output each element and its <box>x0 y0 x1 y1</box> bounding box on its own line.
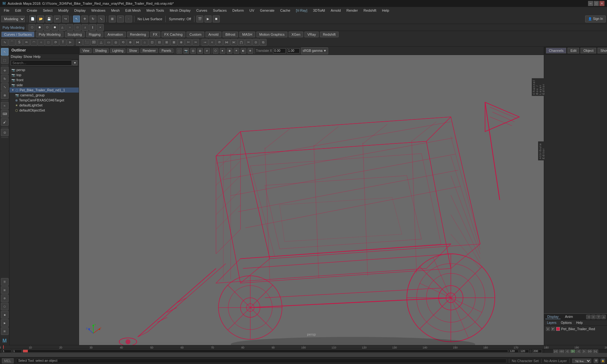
tab-anim[interactable]: Anim <box>563 314 575 319</box>
fps-select[interactable]: 24 fps <box>572 359 591 363</box>
menu-edit[interactable]: Edit <box>13 8 24 13</box>
snap-point-btn[interactable]: · <box>125 15 132 22</box>
no-anim-layer-label[interactable]: No Anim Layer <box>544 359 567 363</box>
current-frame-input[interactable] <box>2 349 11 353</box>
tab-channels[interactable]: Channels <box>546 48 566 53</box>
tool-sphere[interactable]: ● <box>76 39 83 46</box>
tool-untrim[interactable]: ✂ <box>192 39 199 46</box>
tool-cut[interactable]: ✂ <box>245 39 252 46</box>
prev-key-btn[interactable]: ◁◁ <box>559 349 564 353</box>
tool-cube[interactable]: ⬛ <box>83 39 90 46</box>
vp-menu-renderer[interactable]: Renderer <box>140 48 158 53</box>
render-btn[interactable]: 🎬 <box>196 15 203 22</box>
tab-fx[interactable]: FX <box>150 32 160 37</box>
pm-btn-1[interactable]: ⬡ <box>28 24 35 31</box>
menu-generate[interactable]: Generate <box>257 8 277 13</box>
move-tool-left[interactable]: ✛ <box>1 67 9 74</box>
next-frame-btn[interactable]: ▷ <box>582 349 587 353</box>
vp-wireframe-btn[interactable]: ⬡ <box>213 48 218 54</box>
tool-project[interactable]: ⊳ <box>67 39 74 46</box>
range-start-input[interactable] <box>12 349 22 353</box>
menu-display[interactable]: Display <box>72 8 88 13</box>
pm-btn-9[interactable]: ∥ <box>89 24 96 31</box>
menu-deform[interactable]: Deform <box>230 8 246 13</box>
tool-bevel[interactable]: ⊞ <box>163 39 170 46</box>
tool-proj-curve[interactable]: ⊗ <box>178 39 185 46</box>
tree-item-objectset[interactable]: ⬡ defaultObjectSet <box>13 108 79 113</box>
paint-select-tool[interactable]: ⬚ <box>1 56 9 64</box>
mode-select[interactable]: Modeling <box>1 16 25 22</box>
tool-cylinder[interactable]: ⌧ <box>90 39 97 46</box>
menu-arnold[interactable]: Arnold <box>328 8 343 13</box>
outliner-menu-help[interactable]: Help <box>34 55 41 58</box>
menu-render[interactable]: Render <box>344 8 360 13</box>
tool-select-srf[interactable]: ⧉ <box>260 39 267 46</box>
range-end-input[interactable] <box>509 349 518 353</box>
goto-start-btn[interactable]: |◁ <box>553 349 558 353</box>
minimize-button[interactable]: ─ <box>588 1 593 6</box>
tool-square-srf[interactable]: ⊟ <box>156 39 163 46</box>
attr-editor-tool[interactable]: ⊞ <box>1 286 9 294</box>
title-bar-controls[interactable]: ─ □ ✕ <box>588 1 604 6</box>
viewport[interactable]: View Shading Lighting Show Renderer Pane… <box>79 47 544 345</box>
dp-btn-3[interactable]: ▽ <box>596 315 601 319</box>
prev-frame-btn[interactable]: ◁ <box>565 349 570 353</box>
vp-camera-btn[interactable]: 📷 <box>183 48 189 54</box>
menu-surfaces[interactable]: Surfaces <box>211 8 229 13</box>
node-editor-tool[interactable]: ⬡ <box>1 303 9 310</box>
range-bar[interactable] <box>23 349 508 353</box>
tab-fx-caching[interactable]: FX Caching <box>162 32 185 37</box>
tool-text[interactable]: T <box>59 39 66 46</box>
tree-item-top[interactable]: 📷 top <box>9 72 79 77</box>
tool-circle[interactable]: ○ <box>38 39 45 46</box>
no-character-set-label[interactable]: No Character Set <box>512 359 539 363</box>
tool-smooth[interactable]: ≈ <box>209 39 216 46</box>
menu-windows[interactable]: Windows <box>89 8 108 13</box>
tab-sculpting[interactable]: Sculpting <box>65 32 85 37</box>
vp-menu-show[interactable]: Show <box>127 48 139 53</box>
vp-select-btn[interactable]: ⬚ <box>176 48 182 54</box>
sub-tab-help[interactable]: Help <box>574 321 584 325</box>
vp-shaded-btn[interactable]: ◑ <box>227 48 232 54</box>
tool-birail[interactable]: ⌂ <box>141 39 148 46</box>
show-manip[interactable]: ⊙ <box>1 129 9 136</box>
vp-menu-view[interactable]: View <box>80 48 92 53</box>
frame-end-input[interactable] <box>519 349 529 353</box>
menu-curves[interactable]: Curves <box>194 8 210 13</box>
vp-frame-sel-btn[interactable]: ⊞ <box>197 48 203 54</box>
tool-bezier[interactable]: S <box>16 39 23 46</box>
status-lock-btn[interactable]: 🔒 <box>601 359 605 363</box>
select-tool-btn[interactable]: ↖ <box>73 15 80 22</box>
pm-btn-6[interactable]: ○ <box>66 24 73 31</box>
vp-grid-btn[interactable]: # <box>204 48 210 54</box>
menu-file[interactable]: File <box>1 8 12 13</box>
tool-pencil[interactable]: ✏ <box>23 39 30 46</box>
play-rev-btn[interactable]: ◁ <box>576 349 581 353</box>
goto-end-btn[interactable]: ▷| <box>593 349 598 353</box>
translate-x-input[interactable] <box>273 48 286 53</box>
tab-display[interactable]: Display <box>545 314 561 319</box>
rotate-tool-left[interactable]: ↻ <box>1 75 9 82</box>
paint-tool[interactable]: 🖌 <box>1 118 9 126</box>
tab-custom[interactable]: Custom <box>187 32 204 37</box>
dp-btn-4[interactable]: △ <box>601 315 606 319</box>
quick-layout[interactable]: ⊞ <box>1 327 9 335</box>
maximize-button[interactable]: □ <box>594 1 599 6</box>
snap-curve-btn[interactable]: ⌒ <box>117 15 124 22</box>
play-btn[interactable]: ▷ <box>570 349 575 353</box>
tool-detach[interactable]: ⋉ <box>230 39 237 46</box>
tree-item-front[interactable]: 📷 front <box>9 77 79 82</box>
sculpt-tool[interactable]: ⌨ <box>1 110 9 118</box>
new-scene-btn[interactable]: 📄 <box>29 15 36 22</box>
dp-btn-1[interactable]: ◁ <box>586 315 591 319</box>
layer-p-btn[interactable]: P <box>551 327 555 331</box>
menu-modify[interactable]: Modify <box>56 8 71 13</box>
menu-redshift[interactable]: Redshift <box>361 8 379 13</box>
tool-square[interactable]: □ <box>45 39 52 46</box>
tree-item-tempcam[interactable]: ⊕ TempCamFBXASC046Target <box>13 98 79 103</box>
vp-xray-btn[interactable]: ⊕ <box>248 48 253 54</box>
vp-menu-lighting[interactable]: Lighting <box>110 48 126 53</box>
pm-btn-7[interactable]: □ <box>74 24 81 31</box>
tab-show[interactable]: Show <box>598 48 607 53</box>
gamma-select[interactable]: sRGB gamma ▼ <box>301 47 328 54</box>
